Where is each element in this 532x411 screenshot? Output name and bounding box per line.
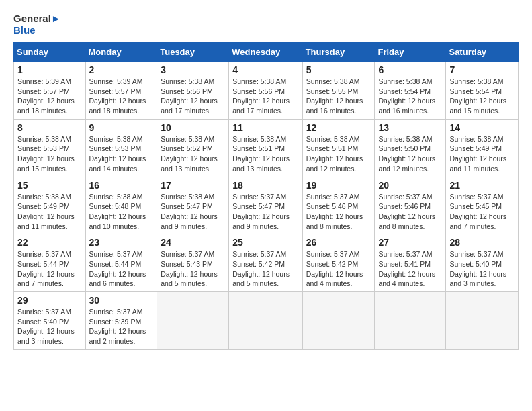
- calendar-cell: [446, 292, 519, 350]
- column-header-wednesday: Wednesday: [229, 43, 302, 62]
- day-number: 22: [17, 237, 82, 248]
- calendar-cell: 24Sunrise: 5:37 AMSunset: 5:43 PMDayligh…: [157, 234, 229, 292]
- calendar-cell: 21Sunrise: 5:37 AMSunset: 5:45 PMDayligh…: [446, 177, 519, 234]
- day-info: Sunrise: 5:38 AMSunset: 5:49 PMDaylight:…: [449, 134, 515, 174]
- calendar-cell: 29Sunrise: 5:37 AMSunset: 5:40 PMDayligh…: [14, 292, 86, 350]
- calendar-cell: 1Sunrise: 5:39 AMSunset: 5:57 PMDaylight…: [14, 62, 86, 120]
- calendar-cell: 11Sunrise: 5:38 AMSunset: 5:51 PMDayligh…: [229, 119, 302, 177]
- day-number: 27: [378, 237, 442, 248]
- day-info: Sunrise: 5:38 AMSunset: 5:56 PMDaylight:…: [161, 77, 225, 116]
- day-number: 24: [161, 237, 225, 248]
- day-info: Sunrise: 5:37 AMSunset: 5:39 PMDaylight:…: [89, 307, 154, 347]
- calendar-cell: [375, 292, 446, 350]
- calendar-cell: 26Sunrise: 5:37 AMSunset: 5:42 PMDayligh…: [302, 234, 375, 292]
- day-number: 18: [232, 180, 298, 191]
- day-number: 21: [449, 180, 515, 191]
- calendar-row: 8Sunrise: 5:38 AMSunset: 5:53 PMDaylight…: [14, 119, 519, 177]
- day-info: Sunrise: 5:38 AMSunset: 5:53 PMDaylight:…: [89, 134, 154, 174]
- day-number: 14: [449, 122, 515, 133]
- column-header-friday: Friday: [375, 43, 446, 62]
- calendar-cell: 10Sunrise: 5:38 AMSunset: 5:52 PMDayligh…: [157, 119, 229, 177]
- day-info: Sunrise: 5:37 AMSunset: 5:46 PMDaylight:…: [378, 192, 442, 232]
- calendar-row: 15Sunrise: 5:38 AMSunset: 5:49 PMDayligh…: [14, 177, 519, 234]
- day-number: 6: [378, 64, 442, 75]
- day-info: Sunrise: 5:37 AMSunset: 5:40 PMDaylight:…: [17, 307, 82, 347]
- column-header-saturday: Saturday: [446, 43, 519, 62]
- calendar-cell: 6Sunrise: 5:38 AMSunset: 5:54 PMDaylight…: [375, 62, 446, 120]
- day-number: 16: [89, 180, 154, 191]
- day-info: Sunrise: 5:38 AMSunset: 5:51 PMDaylight:…: [232, 134, 298, 174]
- day-info: Sunrise: 5:37 AMSunset: 5:44 PMDaylight:…: [17, 249, 82, 289]
- day-info: Sunrise: 5:38 AMSunset: 5:52 PMDaylight:…: [161, 134, 225, 174]
- calendar-cell: 15Sunrise: 5:38 AMSunset: 5:49 PMDayligh…: [14, 177, 86, 234]
- calendar-cell: 20Sunrise: 5:37 AMSunset: 5:46 PMDayligh…: [375, 177, 446, 234]
- day-number: 28: [449, 237, 515, 248]
- day-number: 11: [232, 122, 298, 133]
- calendar-cell: 23Sunrise: 5:37 AMSunset: 5:44 PMDayligh…: [85, 234, 157, 292]
- calendar-row: 22Sunrise: 5:37 AMSunset: 5:44 PMDayligh…: [14, 234, 519, 292]
- calendar-cell: 12Sunrise: 5:38 AMSunset: 5:51 PMDayligh…: [302, 119, 375, 177]
- day-info: Sunrise: 5:37 AMSunset: 5:40 PMDaylight:…: [449, 249, 515, 289]
- day-info: Sunrise: 5:38 AMSunset: 5:48 PMDaylight:…: [89, 192, 154, 232]
- day-number: 3: [161, 64, 225, 75]
- day-info: Sunrise: 5:37 AMSunset: 5:47 PMDaylight:…: [232, 192, 298, 232]
- page-header: General► Blue: [13, 13, 519, 36]
- day-info: Sunrise: 5:37 AMSunset: 5:44 PMDaylight:…: [89, 249, 154, 289]
- day-info: Sunrise: 5:38 AMSunset: 5:55 PMDaylight:…: [306, 77, 371, 116]
- calendar-table: SundayMondayTuesdayWednesdayThursdayFrid…: [13, 42, 519, 350]
- day-info: Sunrise: 5:37 AMSunset: 5:42 PMDaylight:…: [306, 249, 371, 289]
- column-header-thursday: Thursday: [302, 43, 375, 62]
- day-number: 2: [89, 64, 154, 75]
- day-number: 29: [17, 295, 82, 306]
- calendar-cell: 2Sunrise: 5:39 AMSunset: 5:57 PMDaylight…: [85, 62, 157, 120]
- calendar-header-row: SundayMondayTuesdayWednesdayThursdayFrid…: [14, 43, 519, 62]
- day-number: 1: [17, 64, 82, 75]
- calendar-cell: 28Sunrise: 5:37 AMSunset: 5:40 PMDayligh…: [446, 234, 519, 292]
- day-number: 13: [378, 122, 442, 133]
- day-info: Sunrise: 5:37 AMSunset: 5:45 PMDaylight:…: [449, 192, 515, 232]
- calendar-cell: [302, 292, 375, 350]
- day-info: Sunrise: 5:38 AMSunset: 5:53 PMDaylight:…: [17, 134, 82, 174]
- day-number: 15: [17, 180, 82, 191]
- calendar-cell: [229, 292, 302, 350]
- day-number: 4: [232, 64, 298, 75]
- day-number: 10: [161, 122, 225, 133]
- calendar-cell: 14Sunrise: 5:38 AMSunset: 5:49 PMDayligh…: [446, 119, 519, 177]
- day-number: 26: [306, 237, 371, 248]
- calendar-cell: 3Sunrise: 5:38 AMSunset: 5:56 PMDaylight…: [157, 62, 229, 120]
- day-info: Sunrise: 5:39 AMSunset: 5:57 PMDaylight:…: [17, 77, 82, 116]
- calendar-cell: 7Sunrise: 5:38 AMSunset: 5:54 PMDaylight…: [446, 62, 519, 120]
- day-number: 25: [232, 237, 298, 248]
- calendar-cell: 17Sunrise: 5:38 AMSunset: 5:47 PMDayligh…: [157, 177, 229, 234]
- day-number: 8: [17, 122, 82, 133]
- calendar-cell: 22Sunrise: 5:37 AMSunset: 5:44 PMDayligh…: [14, 234, 86, 292]
- calendar-row: 1Sunrise: 5:39 AMSunset: 5:57 PMDaylight…: [14, 62, 519, 120]
- day-number: 19: [306, 180, 371, 191]
- logo: General► Blue: [13, 13, 61, 36]
- logo-blue: Blue: [13, 25, 61, 36]
- day-info: Sunrise: 5:38 AMSunset: 5:54 PMDaylight:…: [378, 77, 442, 116]
- day-info: Sunrise: 5:39 AMSunset: 5:57 PMDaylight:…: [89, 77, 154, 116]
- day-info: Sunrise: 5:38 AMSunset: 5:47 PMDaylight:…: [161, 192, 225, 232]
- calendar-cell: 8Sunrise: 5:38 AMSunset: 5:53 PMDaylight…: [14, 119, 86, 177]
- day-info: Sunrise: 5:38 AMSunset: 5:49 PMDaylight:…: [17, 192, 82, 232]
- calendar-cell: 16Sunrise: 5:38 AMSunset: 5:48 PMDayligh…: [85, 177, 157, 234]
- day-number: 9: [89, 122, 154, 133]
- calendar-cell: 5Sunrise: 5:38 AMSunset: 5:55 PMDaylight…: [302, 62, 375, 120]
- calendar-cell: 13Sunrise: 5:38 AMSunset: 5:50 PMDayligh…: [375, 119, 446, 177]
- day-number: 17: [161, 180, 225, 191]
- logo-general: General►: [13, 13, 61, 25]
- day-number: 20: [378, 180, 442, 191]
- day-info: Sunrise: 5:37 AMSunset: 5:42 PMDaylight:…: [232, 249, 298, 289]
- day-number: 30: [89, 295, 154, 306]
- calendar-cell: 9Sunrise: 5:38 AMSunset: 5:53 PMDaylight…: [85, 119, 157, 177]
- day-number: 23: [89, 237, 154, 248]
- calendar-cell: 27Sunrise: 5:37 AMSunset: 5:41 PMDayligh…: [375, 234, 446, 292]
- day-info: Sunrise: 5:37 AMSunset: 5:41 PMDaylight:…: [378, 249, 442, 289]
- calendar-cell: 19Sunrise: 5:37 AMSunset: 5:46 PMDayligh…: [302, 177, 375, 234]
- day-info: Sunrise: 5:37 AMSunset: 5:46 PMDaylight:…: [306, 192, 371, 232]
- calendar-cell: 18Sunrise: 5:37 AMSunset: 5:47 PMDayligh…: [229, 177, 302, 234]
- calendar-cell: 25Sunrise: 5:37 AMSunset: 5:42 PMDayligh…: [229, 234, 302, 292]
- day-info: Sunrise: 5:37 AMSunset: 5:43 PMDaylight:…: [161, 249, 225, 289]
- calendar-cell: 4Sunrise: 5:38 AMSunset: 5:56 PMDaylight…: [229, 62, 302, 120]
